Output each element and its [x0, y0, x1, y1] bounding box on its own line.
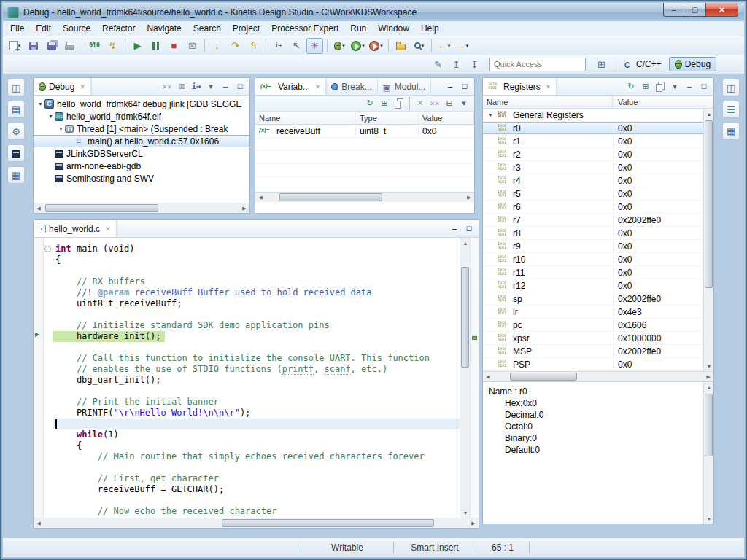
restore-views-button[interactable]: ◫	[7, 79, 25, 96]
code-line[interactable]	[53, 495, 460, 506]
resume-button[interactable]: ▶	[129, 38, 146, 54]
peripherals-shortcut[interactable]: ⚙	[7, 122, 25, 140]
debug-tree-item[interactable]: JLinkGDBServerCL	[34, 147, 249, 160]
remove-all-button[interactable]: ✕✕	[427, 97, 442, 110]
debug-horizontal-scrollbar[interactable]: ◀ ▶	[34, 203, 249, 213]
menu-source[interactable]: Source	[57, 22, 96, 35]
menu-file[interactable]: File	[4, 22, 30, 35]
copy-registers-button[interactable]	[653, 80, 667, 93]
instruction-stepping-button[interactable]: i→	[270, 38, 287, 54]
code-line[interactable]: {	[53, 440, 460, 451]
code-line[interactable]: {	[53, 254, 460, 265]
debug-tree-item[interactable]: Semihosting and SWV	[34, 172, 249, 184]
print-button[interactable]	[61, 38, 78, 54]
tab-hello-world-c[interactable]: hello_world.c ✕	[34, 220, 117, 237]
step-filters-button[interactable]: i→	[189, 80, 204, 93]
code-line[interactable]: // RX buffers	[53, 276, 460, 287]
editor-overview-ruler[interactable]	[470, 238, 479, 518]
menu-refactor[interactable]: Refactor	[96, 22, 141, 35]
collapse-fold-icon[interactable]: −	[44, 246, 51, 252]
menu-window[interactable]: Window	[372, 22, 415, 35]
scroll-up-arrow[interactable]: ▲	[704, 382, 714, 392]
column-header-type[interactable]: Type	[356, 112, 419, 124]
remove-all-terminated-button[interactable]: ✕✕	[160, 80, 174, 93]
scroll-left-arrow[interactable]: ◀	[34, 518, 44, 529]
column-header-name[interactable]: Name	[255, 112, 356, 124]
code-line[interactable]	[53, 419, 460, 429]
debug-as-button[interactable]: ▾	[331, 38, 348, 54]
scroll-left-arrow[interactable]: ◀	[483, 372, 493, 382]
close-icon[interactable]: ✕	[546, 83, 551, 90]
close-window-button[interactable]: ✕	[705, 3, 738, 17]
memory-shortcut[interactable]: ▦	[7, 166, 25, 184]
remove-selected-button[interactable]: ✕	[413, 97, 427, 110]
scroll-down-arrow[interactable]: ▼	[704, 361, 714, 371]
close-icon[interactable]: ✕	[105, 225, 111, 233]
maximize-button[interactable]: □	[462, 222, 476, 236]
refresh-registers-button[interactable]: ↻	[624, 80, 638, 93]
back-button[interactable]: ←▾	[436, 38, 452, 54]
detail-vertical-scrollbar[interactable]: ▲ ▼	[703, 382, 713, 524]
code-line[interactable]	[53, 342, 460, 353]
scroll-track[interactable]	[704, 119, 713, 361]
scroll-thumb[interactable]	[510, 373, 577, 381]
scroll-down-arrow[interactable]: ▼	[704, 513, 714, 524]
debug-tree-item[interactable]: arm-none-eabi-gdb	[34, 160, 249, 172]
perspective-cpp[interactable]: C/C++	[619, 57, 667, 71]
search-button[interactable]: ▾	[411, 38, 427, 54]
forward-button[interactable]: →▾	[454, 38, 471, 54]
flash-download-button[interactable]: 010	[86, 38, 103, 54]
debug-line-marker[interactable]	[472, 336, 477, 340]
step-over-button[interactable]: ↷	[227, 38, 244, 54]
register-row[interactable]: r00x0	[483, 122, 703, 135]
register-row[interactable]: r120x0	[483, 279, 703, 292]
debug-tree-item[interactable]: ▾Thread [1] <main> (Suspended : Break	[34, 122, 249, 135]
register-row[interactable]: pc0x1606	[483, 319, 703, 332]
close-icon[interactable]: ✕	[315, 83, 321, 90]
minimize-window-button[interactable]: –	[663, 3, 684, 17]
previous-annotation-button[interactable]: ↥	[448, 56, 465, 72]
register-row[interactable]: r100x0	[483, 253, 703, 266]
minimize-button[interactable]: –	[447, 222, 462, 236]
maximize-button[interactable]: □	[697, 80, 711, 93]
register-row[interactable]: sp0x2002ffe0	[483, 292, 703, 306]
register-group-row[interactable]: ▾General Registers	[483, 109, 703, 122]
disconnect-button[interactable]: ⊠	[184, 38, 201, 54]
code-line[interactable]: while(1)	[53, 429, 460, 440]
code-line[interactable]: hardware_init();	[53, 331, 165, 342]
registers-vertical-scrollbar[interactable]: ▲ ▼	[703, 109, 713, 371]
scroll-right-arrow[interactable]: ▶	[239, 203, 249, 214]
registers-horizontal-scrollbar[interactable]: ◀ ▶	[483, 371, 713, 381]
scroll-thumb[interactable]	[705, 120, 713, 288]
scroll-right-arrow[interactable]: ▶	[468, 518, 479, 529]
register-row[interactable]: r30x0	[483, 161, 703, 174]
editor-fold-ruler[interactable]: −	[44, 238, 53, 518]
code-line[interactable]: uint8_t receiveBuff;	[53, 298, 460, 309]
register-row[interactable]: r20x0	[483, 148, 703, 161]
scroll-track[interactable]	[460, 248, 470, 508]
restore-views-button[interactable]: ◫	[722, 79, 740, 96]
pointer-mode-button[interactable]: ↖	[288, 38, 305, 54]
debug-tree-item[interactable]: ▾hello_world_frdmk64f.elf	[34, 110, 249, 122]
scroll-up-arrow[interactable]: ▲	[460, 238, 471, 248]
code-line[interactable]: // First, get character	[53, 473, 460, 484]
run-as-button[interactable]: ▾	[349, 38, 366, 54]
variable-row[interactable]: receiveBuffuint8_t0x0	[255, 125, 474, 138]
column-header-name[interactable]: Name	[483, 96, 613, 108]
code-line[interactable]	[53, 309, 460, 320]
register-row[interactable]: r60x0	[483, 201, 703, 214]
column-header-value[interactable]: Value	[613, 96, 713, 108]
add-global-variables-button[interactable]: ⊞	[377, 97, 392, 110]
scroll-down-arrow[interactable]: ▼	[460, 508, 471, 518]
outline-shortcut[interactable]: ☰	[722, 101, 740, 118]
menu-search[interactable]: Search	[187, 22, 227, 35]
editor-vertical-scrollbar[interactable]: ▲ ▼	[460, 238, 470, 518]
expression-hover-button[interactable]: ✳	[306, 38, 323, 54]
code-line[interactable]: // Initialize standard SDK demo applicat…	[53, 320, 460, 331]
code-line[interactable]	[53, 462, 460, 473]
scroll-thumb[interactable]	[705, 394, 713, 456]
column-header-value[interactable]: Value	[419, 112, 474, 124]
menu-run[interactable]: Run	[344, 22, 372, 35]
open-perspective-button[interactable]: ⊞	[593, 56, 610, 72]
code-editor[interactable]: int main (void){ // RX buffers //! @para…	[53, 238, 460, 518]
